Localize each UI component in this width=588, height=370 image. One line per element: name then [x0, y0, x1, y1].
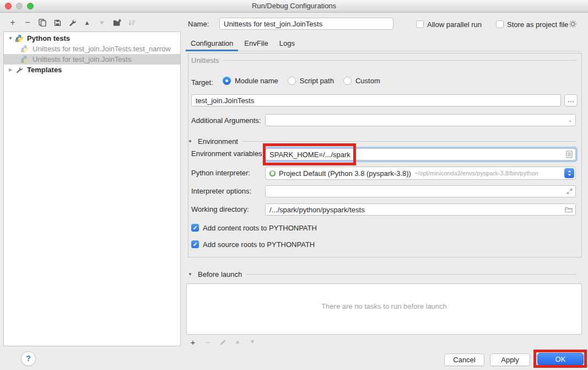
- window-title: Run/Debug Configurations: [252, 2, 336, 10]
- add-source-roots-checkbox[interactable]: ✓: [191, 240, 199, 248]
- tab-logs[interactable]: Logs: [274, 37, 300, 51]
- chevron-down-icon[interactable]: ⌄: [568, 117, 573, 123]
- working-directory-value: /.../spark/python/pyspark/tests: [269, 206, 365, 214]
- radio-script-path[interactable]: [288, 77, 296, 85]
- combo-arrows-button[interactable]: [564, 168, 574, 178]
- store-options-gear-button[interactable]: [569, 20, 577, 30]
- expand-icon: [567, 189, 573, 195]
- python-interpreter-path: ~/opt/miniconda3/envs/pyspark-3.8/bin/py…: [414, 170, 538, 176]
- collapse-caret-icon[interactable]: ▼: [7, 36, 14, 41]
- move-down-button[interactable]: ▼: [96, 17, 108, 29]
- name-label: Name:: [188, 20, 209, 29]
- copy-configuration-button[interactable]: [36, 17, 48, 29]
- collapse-caret-icon[interactable]: ▼: [188, 272, 193, 277]
- browse-variables-button[interactable]: [566, 151, 573, 158]
- additional-arguments-label: Additional Arguments:: [191, 116, 261, 125]
- browse-module-button[interactable]: …: [564, 94, 578, 106]
- interpreter-options-input[interactable]: [265, 185, 576, 197]
- tree-item-templates[interactable]: ▶ Templates: [4, 65, 180, 75]
- browse-directory-button[interactable]: [565, 207, 573, 213]
- radio-option-custom[interactable]: Custom: [343, 77, 380, 85]
- close-button[interactable]: [5, 3, 12, 9]
- tree-item-unittests-jointests-selected[interactable]: Unittests for test_join.JoinTests: [4, 54, 180, 65]
- python-interpreter-select[interactable]: Project Default (Python 3.8 (pyspark-3.8…: [265, 167, 576, 180]
- add-task-button[interactable]: +: [188, 337, 198, 347]
- tab-configuration[interactable]: Configuration: [186, 37, 238, 51]
- ok-button[interactable]: OK: [537, 353, 584, 366]
- help-button[interactable]: ?: [21, 351, 36, 366]
- before-launch-title: Before launch: [198, 270, 242, 278]
- apply-button[interactable]: Apply: [490, 353, 530, 366]
- tree-item-python-tests[interactable]: ▼ Python tests: [4, 33, 180, 44]
- title-bar: Run/Debug Configurations: [0, 0, 588, 13]
- radio-module-name[interactable]: [223, 77, 231, 85]
- tree-item-label: Unittests for test_join.JoinTests.test_n…: [33, 45, 171, 53]
- tree-item-unittests-test-narrow[interactable]: Unittests for test_join.JoinTests.test_n…: [4, 44, 180, 54]
- tab-envfile[interactable]: EnvFile: [239, 37, 273, 51]
- collapse-caret-icon[interactable]: ▼: [188, 139, 193, 144]
- environment-title: Environment: [198, 137, 238, 146]
- configurations-tree: ▼ Python tests Unittests for test_join.J…: [3, 31, 181, 346]
- radio-label: Module name: [235, 77, 278, 85]
- remove-task-button[interactable]: −: [203, 337, 213, 347]
- variables-list-icon: [566, 151, 573, 158]
- environment-variables-value: SPARK_HOME=/.../spark: [269, 151, 350, 159]
- radio-label: Script path: [300, 77, 334, 85]
- configurations-toolbar: + − ▲ ▼: [7, 17, 138, 29]
- before-launch-toolbar: + − ▲ ▼: [188, 337, 257, 347]
- add-configuration-button[interactable]: +: [7, 17, 19, 29]
- up-down-chevrons-icon: [567, 170, 572, 176]
- interpreter-options-label: Interpreter options:: [191, 187, 251, 196]
- working-directory-input[interactable]: /.../spark/python/pyspark/tests: [265, 203, 576, 216]
- add-source-roots-label: Add source roots to PYTHONPATH: [203, 240, 315, 249]
- radio-option-script-path[interactable]: Script path: [288, 77, 334, 85]
- remove-configuration-button[interactable]: −: [21, 17, 34, 29]
- ok-label: OK: [555, 355, 566, 363]
- module-name-value: test_join.JoinTests: [196, 96, 254, 105]
- working-directory-label: Working directory:: [191, 205, 249, 214]
- expand-caret-icon[interactable]: ▶: [7, 67, 14, 72]
- target-label: Target:: [191, 78, 213, 87]
- run-debug-configurations-dialog: Run/Debug Configurations + − ▲ ▼ ▼ Pyth: [0, 0, 588, 370]
- sort-configurations-button[interactable]: [126, 17, 138, 29]
- move-task-up-button[interactable]: ▲: [233, 337, 242, 347]
- new-folder-button[interactable]: [111, 17, 123, 29]
- edit-templates-button[interactable]: [66, 17, 78, 29]
- conda-env-icon: [269, 170, 276, 176]
- new-folder-icon: [113, 19, 121, 26]
- module-name-input[interactable]: test_join.JoinTests: [191, 94, 561, 106]
- move-up-button[interactable]: ▲: [81, 17, 93, 29]
- add-content-roots-checkbox[interactable]: ✓: [191, 224, 199, 232]
- pencil-icon: [219, 339, 226, 346]
- cancel-label: Cancel: [453, 356, 475, 364]
- tree-item-label: Unittests for test_join.JoinTests: [33, 55, 131, 63]
- cancel-button[interactable]: Cancel: [444, 353, 484, 366]
- radio-option-module-name[interactable]: Module name: [223, 77, 278, 85]
- minimize-button[interactable]: [16, 3, 23, 9]
- move-task-down-button[interactable]: ▼: [247, 337, 257, 347]
- before-launch-task-list: There are no tasks to run before launch: [186, 283, 582, 335]
- name-input[interactable]: Unittests for test_join.JoinTests: [219, 18, 393, 30]
- zoom-button[interactable]: [27, 3, 34, 9]
- name-value: Unittests for test_join.JoinTests: [224, 20, 322, 28]
- save-configuration-button[interactable]: [51, 17, 63, 29]
- tree-item-label: Templates: [27, 66, 62, 74]
- templates-wrench-icon: [15, 66, 24, 74]
- edit-task-button[interactable]: [218, 337, 228, 347]
- python-tests-icon: [15, 34, 24, 43]
- environment-variables-input[interactable]: SPARK_HOME=/.../spark: [265, 148, 576, 160]
- tree-item-label: Python tests: [27, 34, 70, 42]
- expand-field-button[interactable]: [567, 189, 573, 195]
- additional-arguments-input[interactable]: ⌄: [265, 114, 576, 126]
- check-icon: ✓: [192, 241, 197, 248]
- store-as-project-file-label: Store as project file: [507, 20, 568, 29]
- store-as-project-file-checkbox[interactable]: [496, 20, 504, 28]
- python-test-config-icon: [21, 55, 30, 64]
- allow-parallel-run-checkbox[interactable]: [416, 20, 424, 28]
- target-radio-group: Module name Script path Custom: [223, 77, 380, 85]
- radio-custom[interactable]: [343, 77, 352, 85]
- radio-label: Custom: [355, 77, 380, 85]
- allow-parallel-run-label: Allow parallel run: [427, 20, 482, 29]
- before-launch-section-header[interactable]: ▼ Before launch: [188, 270, 576, 278]
- environment-section-header[interactable]: ▼ Environment: [188, 137, 576, 146]
